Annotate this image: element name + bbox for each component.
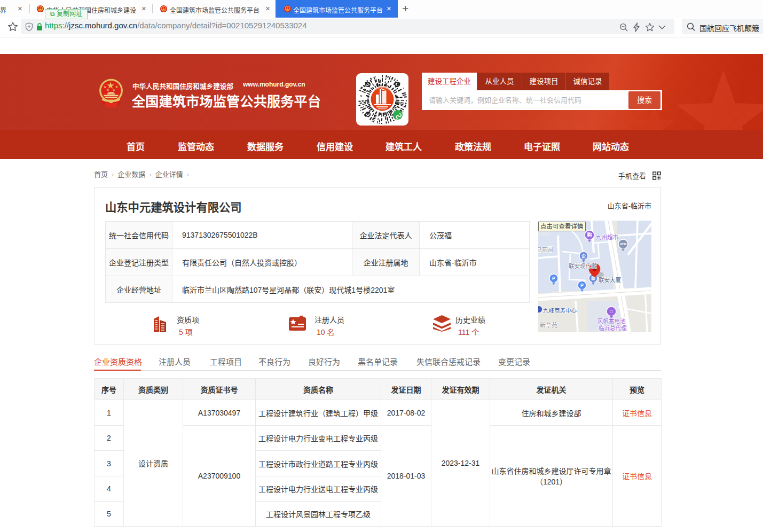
svg-text:P: P: [580, 283, 584, 288]
svg-text:ATM: ATM: [620, 242, 627, 246]
svg-text:购: 购: [587, 232, 592, 238]
svg-text:企: 企: [581, 253, 586, 259]
svg-text:P: P: [552, 276, 555, 281]
svg-text:□: □: [610, 309, 613, 314]
